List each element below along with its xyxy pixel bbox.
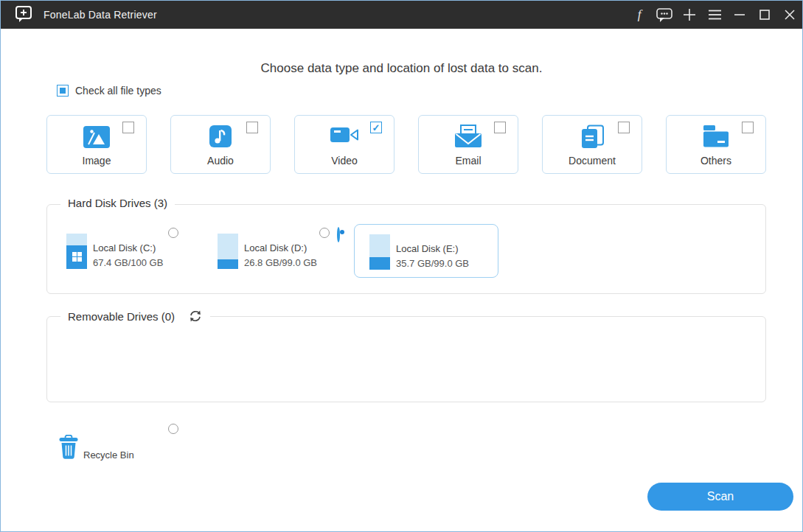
recycle-bin-radio[interactable] xyxy=(168,424,178,434)
titlebar-left: FoneLab Data Retriever xyxy=(1,4,627,27)
image-label: Image xyxy=(47,155,146,167)
disk-c-icon xyxy=(66,234,87,269)
drive-local-disk-d[interactable]: Local Disk (D:) 26.8 GB/99.0 GB xyxy=(203,224,347,278)
document-checkbox[interactable] xyxy=(618,122,630,133)
app-window: FoneLab Data Retriever f xyxy=(0,0,803,532)
drive-local-disk-c[interactable]: Local Disk (C:) 67.4 GB/100 GB xyxy=(52,224,196,278)
windows-logo-icon xyxy=(72,252,82,262)
drive-local-disk-e[interactable]: Local Disk (E:) 35.7 GB/99.0 GB xyxy=(354,224,498,278)
drive-c-capacity: 67.4 GB/100 GB xyxy=(93,257,163,268)
recycle-bin-icon xyxy=(58,435,79,463)
email-label: Email xyxy=(419,155,518,167)
scan-button[interactable]: Scan xyxy=(647,483,793,511)
check-all-label: Check all file types xyxy=(75,85,161,97)
removable-drives-section: Removable Drives (0) xyxy=(46,316,766,402)
file-type-card-image[interactable]: Image xyxy=(46,115,147,174)
check-all-checkbox[interactable] xyxy=(57,85,69,97)
minimize-icon[interactable] xyxy=(727,1,752,29)
disk-e-icon xyxy=(369,234,390,270)
drive-e-radio[interactable] xyxy=(337,227,340,242)
page-title: Choose data type and location of lost da… xyxy=(1,61,802,76)
hamburger-menu-icon[interactable] xyxy=(702,1,727,29)
drive-c-name: Local Disk (C:) xyxy=(93,242,163,253)
audio-label: Audio xyxy=(171,155,270,167)
recycle-bin-label: Recycle Bin xyxy=(83,449,134,461)
drive-d-radio[interactable] xyxy=(319,228,330,238)
file-type-card-audio[interactable]: Audio xyxy=(170,115,271,174)
app-title: FoneLab Data Retriever xyxy=(44,9,157,21)
drive-e-name: Local Disk (E:) xyxy=(396,243,469,254)
audio-checkbox[interactable] xyxy=(246,122,258,133)
others-label: Others xyxy=(667,155,765,167)
others-checkbox[interactable] xyxy=(742,122,754,133)
drive-d-name: Local Disk (D:) xyxy=(244,242,317,253)
refresh-icon[interactable] xyxy=(188,309,203,323)
video-label: Video xyxy=(295,155,394,167)
video-checkbox[interactable] xyxy=(370,122,382,133)
email-checkbox[interactable] xyxy=(494,122,506,133)
file-type-card-others[interactable]: Others xyxy=(666,115,766,174)
image-checkbox[interactable] xyxy=(122,122,134,133)
feedback-message-icon[interactable] xyxy=(652,1,677,29)
check-all-row[interactable]: Check all file types xyxy=(57,85,161,97)
drive-d-capacity: 26.8 GB/99.0 GB xyxy=(244,257,317,268)
file-type-cards: Image Audio xyxy=(46,115,766,174)
hard-disk-drives-section: Hard Disk Drives (3) Local Disk (C:) 67.… xyxy=(46,204,766,294)
close-icon[interactable] xyxy=(777,1,802,29)
hard-disk-drives-title: Hard Disk Drives (3) xyxy=(60,197,175,209)
maximize-icon[interactable] xyxy=(752,1,777,29)
drive-e-capacity: 35.7 GB/99.0 GB xyxy=(396,258,469,269)
removable-drives-title: Removable Drives (0) xyxy=(60,309,210,323)
app-logo-icon xyxy=(14,4,33,27)
titlebar: FoneLab Data Retriever f xyxy=(1,1,802,29)
plus-icon[interactable] xyxy=(677,1,702,29)
drive-c-radio[interactable] xyxy=(168,228,178,238)
titlebar-buttons: f xyxy=(627,1,802,29)
facebook-icon[interactable]: f xyxy=(627,1,652,29)
file-type-card-document[interactable]: Document xyxy=(542,115,642,174)
file-type-card-video[interactable]: Video xyxy=(294,115,394,174)
disk-d-icon xyxy=(218,234,238,269)
file-type-card-email[interactable]: Email xyxy=(418,115,518,174)
document-label: Document xyxy=(543,155,642,167)
